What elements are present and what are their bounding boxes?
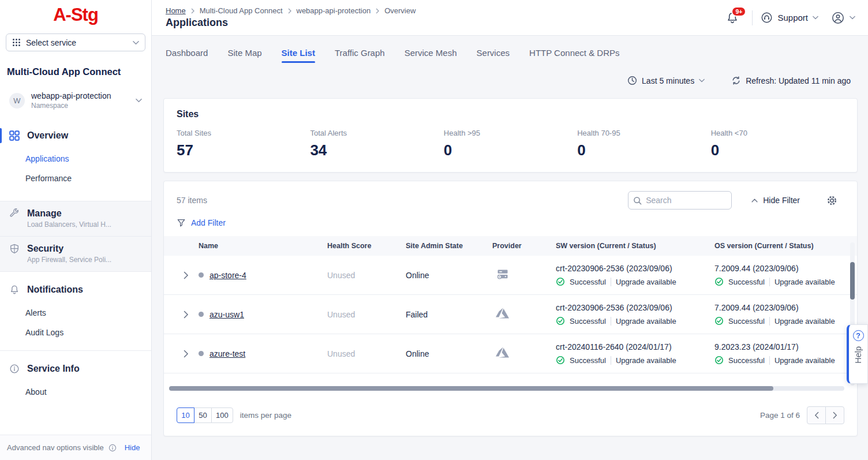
sidebar-item-security[interactable]: Security App Firewall, Service Poli... [0,237,151,272]
sidebar-item-notifications[interactable]: Notifications [0,281,151,298]
tab-dashboard[interactable]: Dashboard [166,48,208,63]
prev-page-button[interactable] [807,406,826,424]
row-expand-button[interactable] [164,271,199,279]
sidebar-item-applications[interactable]: Applications [0,149,151,169]
time-range-dropdown[interactable]: Last 5 minutes [627,76,705,85]
tab-site-list[interactable]: Site List [282,48,315,63]
os-upgrade-note: Upgrade available [775,356,835,365]
breadcrumb-item: Overview [384,6,416,15]
sw-version-value: crt-20240116-2640 (2024/01/17) [556,342,714,351]
breadcrumb-home-link[interactable]: Home [166,6,186,15]
col-name[interactable]: Name [199,242,327,250]
namespace-selector[interactable]: W webapp-api-protection Namespace [6,89,145,112]
notifications-bell-button[interactable]: 9+ [725,11,739,25]
tab-service-mesh[interactable]: Service Mesh [405,48,457,63]
search-input-wrap [628,191,732,210]
hide-filter-toggle[interactable]: Hide Filter [751,196,800,205]
health-score-value: Unused [327,310,406,319]
admin-state-value: Failed [406,310,492,319]
azure-provider-icon [492,346,556,361]
col-provider[interactable]: Provider [492,242,556,250]
row-expand-button[interactable] [164,350,199,358]
site-status-dot [199,351,204,356]
horizontal-scrollbar-track[interactable] [169,386,844,391]
vertical-scrollbar-thumb[interactable] [850,262,855,300]
tab-traffic-graph[interactable]: Traffic Graph [335,48,385,63]
top-header: Home Multi-Cloud App Connect webapp-api-… [152,0,868,36]
next-page-button[interactable] [825,406,844,424]
active-indicator-bar [0,128,2,143]
refresh-button[interactable]: Refresh: Updated 11 min ago [731,76,851,85]
site-name-link[interactable]: ap-store-4 [209,271,246,280]
sw-upgrade-note: Upgrade available [616,356,676,365]
sidebar-item-overview[interactable]: Overview [0,127,151,144]
refresh-status-label: Refresh: Updated 11 min ago [746,76,851,85]
success-check-icon [556,277,565,286]
account-menu[interactable] [831,11,855,25]
col-site-admin-state[interactable]: Site Admin State [406,242,492,250]
chevron-down-icon [813,16,818,20]
os-version-value: 7.2009.44 (2023/09/06) [714,264,857,273]
success-check-icon [714,316,724,326]
success-check-icon [556,316,565,326]
tab-services[interactable]: Services [477,48,510,63]
wrench-icon [9,208,20,219]
brand-logo[interactable]: A-Stg [53,5,98,25]
sites-summary-card: Sites Total Sites 57 Total Alerts 34 Hea… [163,98,858,173]
site-name-link[interactable]: azu-usw1 [209,310,244,319]
hide-nav-link[interactable]: Hide [125,443,140,452]
col-os-version[interactable]: OS version (Current / Status) [714,242,857,250]
os-status-label: Successful [728,317,765,326]
table-settings-button[interactable] [826,195,837,206]
pagination-bar: 10 50 100 items per page Page 1 of 6 [177,406,844,424]
os-version-value: 7.2009.44 (2023/09/06) [714,303,857,312]
admin-state-value: Online [406,271,492,280]
help-tab[interactable]: ? Help [847,324,868,384]
refresh-icon [731,76,741,85]
sidebar: A-Stg Select service Multi-Cloud App Con… [0,0,152,460]
chevron-down-icon [699,78,705,83]
chevron-down-icon [136,98,142,103]
add-filter-button[interactable]: Add Filter [177,218,857,227]
col-sw-version[interactable]: SW version (Current / Status) [556,242,714,250]
tab-http-connect-drps[interactable]: HTTP Connect & DRPs [529,48,619,63]
sidebar-item-performance[interactable]: Performance [0,169,151,188]
apps-grid-icon [12,38,21,47]
select-service-dropdown[interactable]: Select service [6,33,145,51]
sidebar-item-alerts[interactable]: Alerts [0,303,151,323]
row-expand-button[interactable] [164,311,199,319]
table-header-row: Name Health Score Site Admin State Provi… [164,236,857,256]
search-input[interactable] [646,196,727,205]
items-count: 57 items [177,196,207,205]
namespace-name: webapp-api-protection [31,91,129,100]
sw-status-label: Successful [570,317,606,326]
sidebar-item-about[interactable]: About [0,382,151,402]
sidebar-item-label: Service Info [27,364,80,374]
tab-site-map[interactable]: Site Map [227,48,261,63]
sw-version-value: crt-20230906-2536 (2023/09/06) [556,303,714,312]
support-menu[interactable]: Support [761,12,818,24]
page-size-100[interactable]: 100 [211,407,233,423]
site-name-link[interactable]: azure-test [209,349,245,358]
sidebar-item-label: Notifications [27,285,83,295]
os-upgrade-note: Upgrade available [775,317,835,326]
sidebar-nav: Overview Applications Performance Manage… [0,127,151,435]
horizontal-scrollbar-thumb[interactable] [169,386,773,391]
sidebar-item-label: Manage [27,208,62,219]
notification-count-badge: 9+ [731,6,746,17]
sidebar-item-service-info[interactable]: Service Info [0,360,151,377]
site-status-dot [199,312,204,317]
os-version-value: 9.2023.23 (2024/01/17) [714,342,857,351]
page-size-50[interactable]: 50 [194,407,212,423]
col-health-score[interactable]: Health Score [327,242,406,250]
sidebar-item-manage[interactable]: Manage Load Balancers, Virtual H... [0,201,151,237]
sidebar-item-audit-logs[interactable]: Audit Logs [0,323,151,342]
overview-grid-icon [9,130,20,141]
chevron-right-icon [191,8,194,14]
stat-total-sites: Total Sites 57 [177,129,310,159]
sidebar-item-description: Load Balancers, Virtual H... [27,220,142,229]
breadcrumb-item: webapp-api-protection [297,6,371,15]
page-info: Page 1 of 6 [760,411,800,420]
os-status-label: Successful [728,356,765,365]
page-size-10[interactable]: 10 [177,407,194,423]
